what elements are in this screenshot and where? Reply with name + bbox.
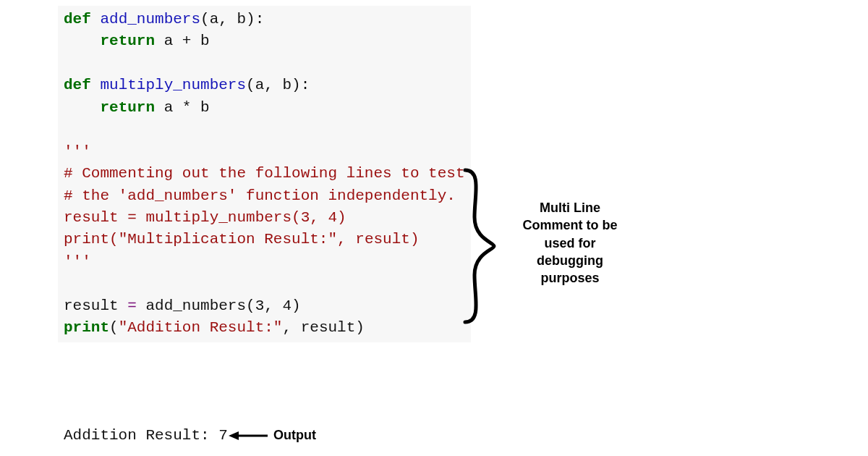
code-line-blank xyxy=(64,273,465,295)
assign-line: result = add_numbers(3, 4) xyxy=(64,295,465,317)
string-literal: "Multiplication Result:" xyxy=(119,231,337,248)
print-call: print( xyxy=(64,231,119,248)
commented-print: print("Multiplication Result:", result) xyxy=(64,229,465,250)
code-block: def add_numbers(a, b): return a + b def … xyxy=(58,6,471,342)
code-line-blank xyxy=(64,119,465,140)
annotation-text: Multi Line Comment to be used for debugg… xyxy=(505,199,635,287)
code-line-2: return a + b xyxy=(64,30,465,52)
keyword-return: return xyxy=(100,33,155,49)
keyword-return: return xyxy=(100,99,155,116)
arg: 4 xyxy=(282,297,292,314)
keyword-def: def xyxy=(64,77,91,93)
params: (a, b): xyxy=(246,77,310,93)
expr: a + b xyxy=(164,33,210,49)
close-paren: ) xyxy=(292,297,301,314)
comment-line: # Commenting out the following lines to … xyxy=(64,163,465,185)
annot-line: Multi Line xyxy=(505,199,635,216)
program-output: Addition Result: 7 xyxy=(64,427,228,444)
svg-marker-1 xyxy=(229,431,239,440)
open-paren: ( xyxy=(109,319,119,336)
keyword-def: def xyxy=(64,11,91,28)
print-fn: print xyxy=(64,319,109,336)
expr: a * b xyxy=(164,99,210,116)
function-name: multiply_numbers xyxy=(100,77,246,93)
var: result xyxy=(64,297,127,314)
print-line: print("Addition Result:", result) xyxy=(64,317,465,339)
equals: = xyxy=(127,297,137,314)
params: (a, b): xyxy=(200,11,264,28)
string-literal: "Addition Result:" xyxy=(119,319,283,336)
code-line-1: def add_numbers(a, b): xyxy=(64,9,465,30)
arg: 3 xyxy=(255,297,265,314)
comment-line: # the 'add_numbers' function independent… xyxy=(64,185,465,207)
annot-line: debugging xyxy=(505,252,635,269)
annot-line: Comment to be xyxy=(505,216,635,234)
annot-line: purposes xyxy=(505,269,635,287)
call: add_numbers( xyxy=(137,297,255,314)
code-line-5: return a * b xyxy=(64,97,465,119)
code-line-4: def multiply_numbers(a, b): xyxy=(64,75,465,96)
curly-brace-icon xyxy=(461,166,498,326)
arrow-left-icon xyxy=(229,430,269,442)
function-name: add_numbers xyxy=(100,11,200,28)
output-label: Output xyxy=(273,428,316,443)
annot-line: used for xyxy=(505,235,635,252)
print-rest: , result) xyxy=(337,231,419,248)
commented-code: result = multiply_numbers(3, 4) xyxy=(64,207,465,229)
code-line-blank xyxy=(64,53,465,75)
print-rest: , result) xyxy=(282,319,364,336)
docstring-close: ''' xyxy=(64,251,465,273)
comma: , xyxy=(264,297,282,314)
docstring-open: ''' xyxy=(64,141,465,163)
